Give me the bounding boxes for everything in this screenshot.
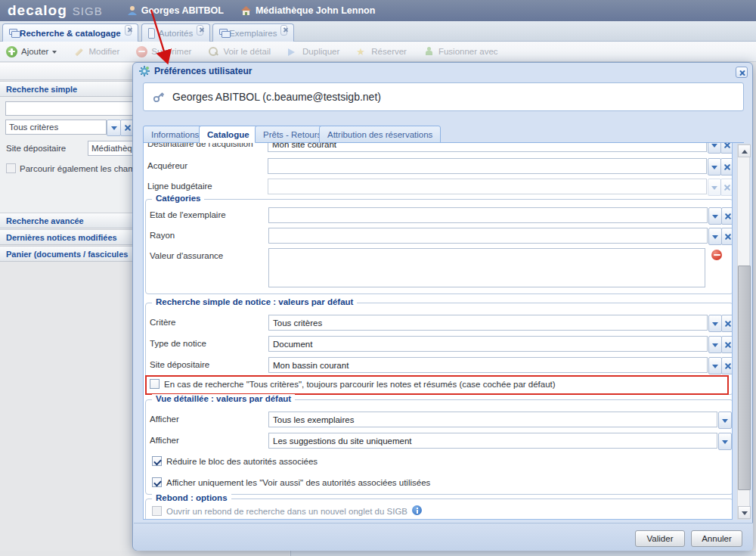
accordion-panier[interactable]: Panier (documents / fascicules <box>0 246 139 262</box>
valeur-assurance-textarea[interactable] <box>268 248 705 287</box>
dialog-tab-catalogue[interactable]: Catalogue <box>199 126 258 144</box>
duplicate-button[interactable]: Dupliquer <box>287 46 339 57</box>
cancel-button[interactable]: Annuler <box>691 530 742 547</box>
rayon-combo[interactable] <box>268 228 708 244</box>
remove-icon[interactable] <box>711 250 722 260</box>
fieldset-legend: Vue détaillée : valeurs par défaut <box>152 394 295 403</box>
browse-fields-checkbox[interactable] <box>6 163 16 173</box>
dialog-footer: Valider Annuler <box>134 523 753 551</box>
type-notice-clear-icon[interactable] <box>721 336 733 353</box>
scroll-down-icon[interactable] <box>738 506 751 519</box>
app-logo: decalog <box>8 2 67 19</box>
accordion-recherche-avancee[interactable]: Recherche avancée <box>0 213 139 228</box>
validate-button[interactable]: Valider <box>635 530 685 547</box>
dialog-tab-attribution[interactable]: Attribution des réservations <box>319 126 441 143</box>
site-depositaire-default-combo[interactable]: Mon bassin courant <box>268 357 708 373</box>
destinataire-dropdown-icon[interactable] <box>708 143 721 154</box>
etat-dropdown-icon[interactable] <box>708 207 722 225</box>
accordion-recherche-simple[interactable]: Recherche simple <box>0 81 139 97</box>
tab-close-icon[interactable] <box>125 25 132 36</box>
dialog-scrollbar[interactable] <box>737 144 750 520</box>
afficher-exemplaires-select[interactable]: Tous les exemplaires <box>268 412 717 427</box>
current-site-label: Médiathèque John Lennon <box>256 5 375 16</box>
afficher-exemplaires-dropdown-icon[interactable] <box>718 412 732 429</box>
critere-combo[interactable]: Tous critères <box>268 315 708 331</box>
etat-clear-icon[interactable] <box>721 207 733 225</box>
rebond-label: Ouvrir un rebond de recherche dans un no… <box>166 507 407 516</box>
site-depositaire-clear-icon[interactable] <box>721 357 733 374</box>
rayon-clear-icon[interactable] <box>721 228 733 245</box>
tab-exemplaires[interactable]: Exemplaires <box>212 23 294 42</box>
fieldset-legend: Recherche simple de notice : valeurs par… <box>152 297 357 306</box>
field-value: Tous critères <box>273 318 322 328</box>
info-icon[interactable] <box>412 505 422 515</box>
merge-button[interactable]: Fusionner avec <box>423 46 498 57</box>
form-row-type-notice: Type de notice Document <box>146 336 730 353</box>
field-label: Valeur d'assurance <box>150 251 223 260</box>
ligne-budgetaire-combo <box>268 179 707 194</box>
tous-criteres-notes-checkbox[interactable] <box>150 379 160 389</box>
acquereur-dropdown-icon[interactable] <box>708 158 721 175</box>
criteria-combo[interactable]: Tous critères <box>5 120 107 135</box>
dialog-close-icon[interactable] <box>736 67 748 78</box>
site-depositaire-dropdown-icon[interactable] <box>708 357 722 374</box>
type-notice-dropdown-icon[interactable] <box>708 336 722 353</box>
dialog-tab-informations[interactable]: Informations <box>143 126 207 143</box>
dialog-user-line: Georges ABITBOL (c.beaume@testsigb.net) <box>172 91 381 103</box>
afficher-suggestions-dropdown-icon[interactable] <box>718 433 732 450</box>
current-user[interactable]: Georges ABITBOL <box>127 5 224 16</box>
dialog-content: Destinataire de l'acquisition Mon site c… <box>143 143 733 520</box>
tab-recherche-catalogage[interactable]: Recherche & catalogage <box>2 23 138 42</box>
voir-aussi-checkbox[interactable] <box>152 477 162 487</box>
field-label: Type de notice <box>150 339 206 348</box>
form-row-afficher-1: Afficher Tous les exemplaires <box>146 412 730 428</box>
current-site[interactable]: Médiathèque John Lennon <box>240 5 375 16</box>
field-label: Critère <box>150 318 176 327</box>
scrollbar-thumb[interactable] <box>738 266 751 490</box>
reduire-bloc-checkbox[interactable] <box>152 456 162 466</box>
form-row-rayon: Rayon <box>146 228 730 244</box>
tab-autorites[interactable]: Autorités <box>141 23 210 42</box>
acquereur-combo[interactable] <box>268 158 707 174</box>
field-label: Afficher <box>150 415 179 424</box>
sidebar-toolbar <box>0 63 139 80</box>
main-tabstrip: Recherche & catalogage Autorités Exempla… <box>0 21 756 42</box>
etat-exemplaire-combo[interactable] <box>268 207 708 223</box>
search-input[interactable] <box>5 101 134 116</box>
edit-icon <box>73 46 85 57</box>
dialog-tab-label: Catalogue <box>207 130 249 139</box>
browse-fields-label: Parcourir également les cham <box>20 164 139 173</box>
reserve-button[interactable]: ★ Réserver <box>356 46 407 57</box>
field-label: Destinataire de l'acquisition <box>147 143 253 148</box>
field-label: Acquéreur <box>147 161 187 170</box>
field-label: Site dépositaire <box>150 360 209 369</box>
authority-icon <box>148 28 155 39</box>
edit-button[interactable]: Modifier <box>73 46 119 57</box>
tab-close-icon[interactable] <box>197 25 203 36</box>
view-detail-button[interactable]: Voir le détail <box>208 46 271 57</box>
type-notice-combo[interactable]: Document <box>268 336 708 352</box>
merge-icon <box>423 46 435 57</box>
destinataire-combo[interactable]: Mon site courant <box>268 143 707 152</box>
critere-dropdown-icon[interactable] <box>708 315 722 332</box>
destinataire-clear-icon[interactable] <box>720 143 733 154</box>
tous-criteres-notes-label: En cas de recherche "Tous critères", tou… <box>164 380 556 389</box>
acquereur-clear-icon[interactable] <box>720 158 733 175</box>
duplicate-icon <box>287 46 299 57</box>
scroll-up-icon[interactable] <box>738 144 751 157</box>
form-row-site-depositaire: Site dépositaire Mon bassin courant <box>146 357 730 374</box>
view-detail-label: Voir le détail <box>223 47 271 56</box>
add-button[interactable]: Ajouter <box>6 46 57 57</box>
delete-button[interactable]: Supprimer <box>136 46 191 57</box>
field-value: Tous les exemplaires <box>273 415 354 424</box>
preferences-dialog: Préférences utilisateur Georges ABITBOL … <box>132 62 753 551</box>
critere-clear-icon[interactable] <box>721 315 733 332</box>
fieldset-categories: Catégories Etat de l'exemplaire Rayon Va… <box>145 199 733 294</box>
rayon-dropdown-icon[interactable] <box>708 228 722 245</box>
tab-close-icon[interactable] <box>280 25 287 36</box>
form-row-destinataire: Destinataire de l'acquisition Mon site c… <box>144 143 732 153</box>
afficher-suggestions-select[interactable]: Les suggestions du site uniquement <box>268 433 717 449</box>
criteria-dropdown-icon[interactable] <box>107 120 121 136</box>
gear-icon <box>139 66 150 76</box>
accordion-dernieres-notices[interactable]: Dernières notices modifiées <box>0 229 139 245</box>
